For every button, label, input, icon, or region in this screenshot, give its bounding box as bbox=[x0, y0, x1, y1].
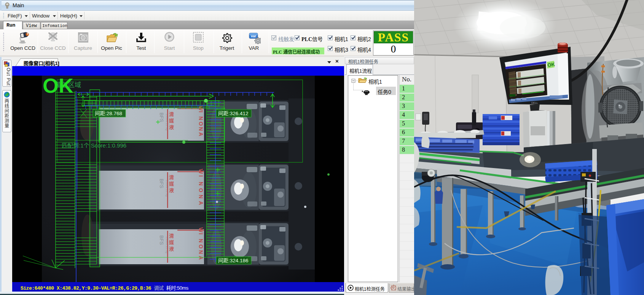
svg-text:清: 清 bbox=[169, 233, 174, 239]
svg-text:OK: OK bbox=[547, 61, 555, 68]
svg-text:间距:326.412: 间距:326.412 bbox=[218, 111, 249, 116]
svg-text:清: 清 bbox=[169, 111, 174, 117]
svg-text:250ml:12.5g: 250ml:12.5g bbox=[165, 236, 169, 253]
svg-text:I: I bbox=[198, 233, 204, 235]
svg-text:间距:28.768: 间距:28.768 bbox=[95, 111, 122, 116]
svg-text:媒: 媒 bbox=[169, 118, 174, 124]
svg-text:液: 液 bbox=[169, 246, 174, 252]
svg-text:OK: OK bbox=[43, 76, 73, 97]
svg-text:BFS: BFS bbox=[159, 113, 164, 122]
svg-text:N: N bbox=[198, 239, 204, 243]
svg-text:W: W bbox=[198, 106, 204, 111]
svg-text:O: O bbox=[198, 188, 204, 192]
svg-text:媒: 媒 bbox=[169, 239, 174, 245]
svg-text:BFS: BFS bbox=[159, 235, 164, 245]
svg-text:清: 清 bbox=[169, 174, 174, 180]
svg-text:W: W bbox=[198, 227, 204, 233]
svg-text:W: W bbox=[198, 169, 204, 174]
svg-text:N: N bbox=[198, 116, 204, 120]
svg-text:A: A bbox=[198, 256, 204, 260]
svg-text:液: 液 bbox=[169, 124, 174, 130]
svg-text:A: A bbox=[198, 132, 204, 136]
svg-text:N: N bbox=[198, 182, 204, 186]
svg-text:媒: 媒 bbox=[169, 181, 174, 187]
svg-text:N: N bbox=[198, 127, 204, 131]
svg-text:BFS: BFS bbox=[159, 179, 164, 189]
svg-text:液: 液 bbox=[169, 187, 174, 193]
svg-text:A: A bbox=[198, 201, 204, 205]
svg-text:N: N bbox=[198, 195, 204, 198]
svg-text:var: var bbox=[251, 34, 256, 38]
svg-text:O: O bbox=[198, 244, 204, 249]
svg-text:O: O bbox=[198, 122, 204, 126]
svg-text:250ml:12.5g: 250ml:12.5g bbox=[165, 114, 169, 130]
svg-text:间距:324.186: 间距:324.186 bbox=[218, 258, 249, 263]
svg-text:N: N bbox=[198, 250, 204, 254]
svg-text:匹配到:1个 Score:1:0.996: 匹配到:1个 Score:1:0.996 bbox=[62, 142, 126, 149]
svg-text:I: I bbox=[198, 175, 204, 177]
svg-text:I: I bbox=[198, 111, 204, 113]
svg-text:250ml:12.5g: 250ml:12.5g bbox=[165, 180, 169, 197]
svg-text:DELL: DELL bbox=[531, 102, 538, 104]
